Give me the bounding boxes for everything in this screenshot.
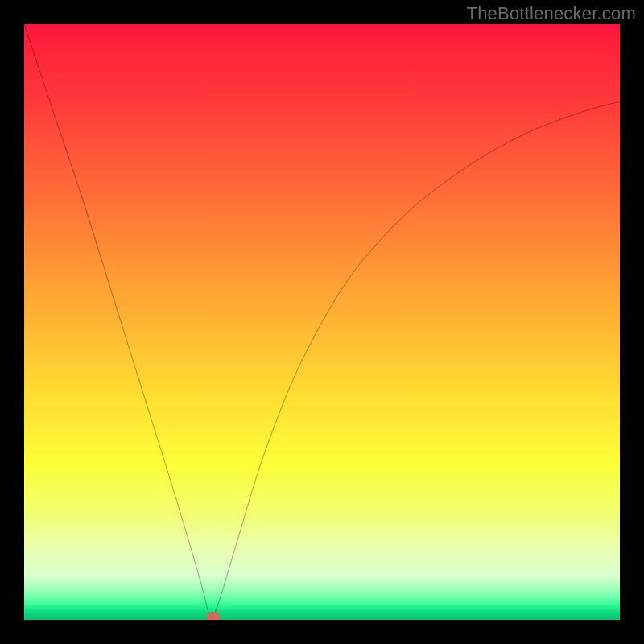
chart-frame: TheBottlenecker.com (0, 0, 644, 644)
bottleneck-curve (24, 24, 620, 620)
attribution-label: TheBottlenecker.com (467, 3, 636, 24)
plot-area (24, 24, 620, 620)
optimal-marker (207, 612, 220, 620)
curve-path (24, 24, 620, 620)
